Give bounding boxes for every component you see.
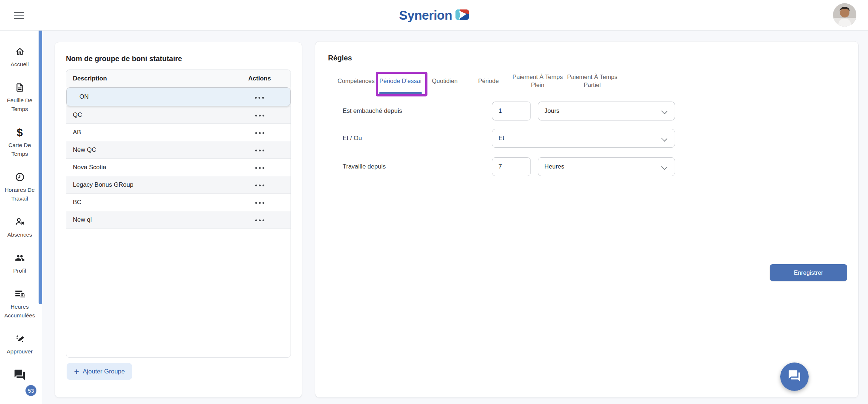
row-label: AB	[66, 129, 243, 136]
select-value: Heures	[544, 163, 564, 170]
add-group-button[interactable]: + Ajouter Groupe	[67, 363, 132, 380]
table-row[interactable]: Legacy Bonus GRoup	[66, 176, 291, 194]
app-root: Synerion	[0, 0, 868, 404]
sidebar-item-label: Feuille De Temps	[1, 96, 39, 114]
tab-quotidien[interactable]: Quotidien	[423, 77, 467, 85]
sidebar-item-carte-de-temps[interactable]: $ Carte De Temps	[1, 127, 39, 158]
sidebar-nav: Accueil Feuille De Temps $ Carte De Temp…	[0, 31, 39, 383]
table-row[interactable]: AB	[66, 124, 291, 141]
row-label: Nova Scotia	[66, 164, 243, 171]
bonus-group-table: Description Actions ON QC AB New QC	[66, 70, 291, 358]
hired-since-value-input[interactable]	[492, 102, 531, 120]
row-label: New ql	[66, 216, 243, 223]
accrued-hours-icon	[15, 289, 25, 299]
sidebar-item-label: Heures Accumulées	[1, 302, 39, 320]
forum-icon	[788, 369, 801, 384]
row-label: Legacy Bonus GRoup	[66, 181, 243, 189]
table-row[interactable]: BC	[66, 194, 291, 211]
field-label-works-since: Travaille depuis	[343, 163, 386, 170]
column-header-description: Description	[66, 75, 243, 82]
table-row[interactable]: Nova Scotia	[66, 159, 291, 176]
people-icon	[15, 253, 25, 263]
plus-icon: +	[74, 367, 79, 376]
sidebar-item-label: Absences	[7, 230, 32, 239]
sidebar-item-profil[interactable]: Profil	[1, 253, 39, 275]
field-label-and-or: Et / Ou	[343, 135, 362, 142]
chevron-down-icon	[661, 135, 667, 142]
field-label-hired-since: Est embauché depuis	[343, 107, 402, 115]
active-tab-underline	[379, 92, 422, 94]
more-horiz-icon[interactable]	[253, 95, 265, 101]
approve-pen-icon	[15, 334, 25, 344]
person-remove-icon	[15, 217, 25, 227]
more-horiz-icon[interactable]	[254, 130, 266, 136]
table-row[interactable]: New ql	[66, 211, 291, 229]
more-horiz-icon[interactable]	[254, 182, 266, 189]
home-icon	[15, 47, 25, 56]
rules-panel: Règles Compétences Période D’essai Quoti…	[315, 41, 859, 398]
more-horiz-icon[interactable]	[254, 217, 266, 223]
works-since-value-input[interactable]	[492, 157, 531, 176]
menu-icon[interactable]	[14, 9, 25, 21]
tab-competences[interactable]: Compétences	[334, 77, 378, 85]
panel-title: Nom de groupe de boni statutaire	[66, 55, 182, 63]
tab-paiement-temps-plein[interactable]: Paiement À Temps Plein	[510, 73, 565, 89]
top-bar: Synerion	[0, 0, 868, 31]
sidebar-item-label: Horaires De Travail	[1, 186, 39, 203]
panel-title: Règles	[328, 54, 352, 62]
more-horiz-icon[interactable]	[254, 165, 266, 171]
main-content: Nom de groupe de boni statutaire Descrip…	[42, 31, 868, 404]
sidebar-item-label: Approuver	[7, 347, 33, 356]
more-horiz-icon[interactable]	[254, 147, 266, 154]
more-horiz-icon[interactable]	[254, 112, 266, 119]
chevron-down-icon	[661, 164, 667, 170]
table-row[interactable]: ON	[66, 87, 291, 106]
select-value: Jours	[544, 107, 560, 115]
column-header-actions: Actions	[243, 75, 276, 82]
sidebar-item-approuver[interactable]: Approuver	[1, 334, 39, 356]
sidebar-item-accueil[interactable]: Accueil	[1, 47, 39, 69]
sidebar: Accueil Feuille De Temps $ Carte De Temp…	[0, 31, 42, 404]
row-label: BC	[66, 199, 243, 206]
rules-tabs: Compétences Période D’essai Quotidien Pé…	[334, 64, 620, 98]
sidebar-item-label: Carte De Temps	[1, 141, 39, 158]
bonus-group-panel: Nom de groupe de boni statutaire Descrip…	[55, 42, 302, 398]
row-label: QC	[66, 111, 243, 119]
timecard-icon: $	[17, 127, 23, 137]
table-row[interactable]: QC	[66, 106, 291, 124]
sidebar-item-absences[interactable]: Absences	[1, 217, 39, 239]
tab-periode[interactable]: Période	[467, 77, 510, 85]
timesheet-icon	[15, 83, 25, 92]
sidebar-item-horaires-de-travail[interactable]: Horaires De Travail	[1, 172, 39, 203]
sidebar-item-heures-accumulees[interactable]: Heures Accumulées	[1, 289, 39, 320]
sidebar-item-messages[interactable]	[1, 370, 39, 383]
more-horiz-icon[interactable]	[254, 200, 266, 206]
brand-logo-icon	[455, 9, 469, 21]
add-group-label: Ajouter Groupe	[83, 368, 125, 375]
forum-icon	[13, 370, 26, 380]
messages-count-badge: 53	[25, 385, 36, 396]
user-avatar[interactable]	[833, 3, 856, 27]
sidebar-scrollbar[interactable]	[39, 31, 42, 304]
sidebar-item-label: Profil	[13, 266, 26, 275]
hired-since-unit-select[interactable]: Jours	[538, 102, 675, 120]
chat-fab-button[interactable]	[780, 363, 809, 391]
works-since-unit-select[interactable]: Heures	[538, 157, 675, 176]
schedule-icon	[15, 172, 25, 182]
sidebar-item-feuille-de-temps[interactable]: Feuille De Temps	[1, 83, 39, 114]
tab-paiement-temps-partiel[interactable]: Paiement À Temps Partiel	[565, 73, 620, 89]
save-button[interactable]: Enregistrer	[770, 264, 847, 281]
and-or-select[interactable]: Et	[492, 129, 675, 148]
row-label: ON	[73, 93, 243, 100]
sidebar-item-label: Accueil	[11, 60, 29, 69]
tab-periode-dessai[interactable]: Période D’essai	[378, 77, 423, 85]
chevron-down-icon	[661, 108, 667, 114]
tab-label: Période D’essai	[379, 78, 422, 84]
brand-logo: Synerion	[399, 0, 469, 31]
table-row[interactable]: New QC	[66, 141, 291, 159]
select-value: Et	[498, 135, 504, 142]
brand-name: Synerion	[399, 8, 452, 23]
table-header-row: Description Actions	[66, 70, 291, 87]
row-label: New QC	[66, 146, 243, 154]
